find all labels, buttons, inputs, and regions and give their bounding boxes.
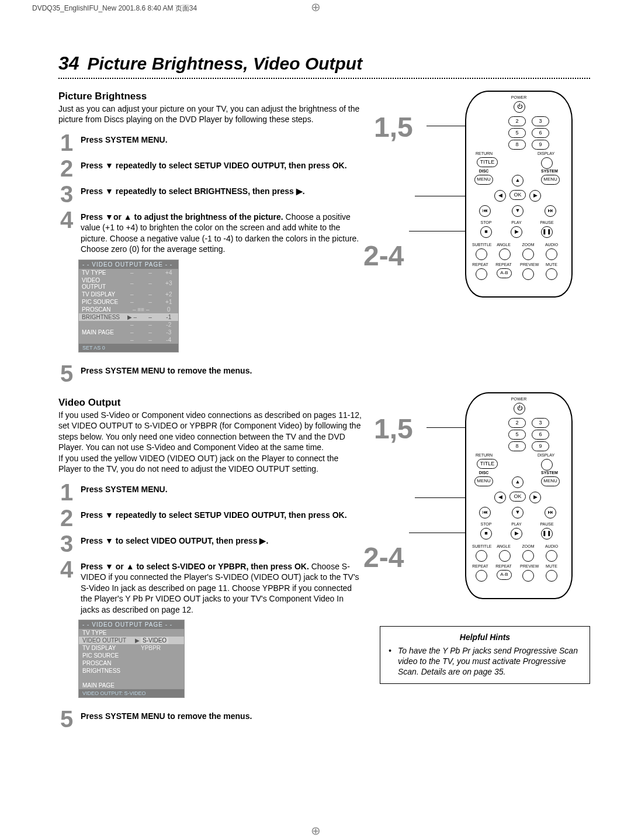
repeat-label: REPEAT xyxy=(472,564,488,568)
system-label: SYSTEM xyxy=(541,169,557,173)
digit-5: 5 xyxy=(508,128,526,138)
disc-label: DISC xyxy=(476,471,492,475)
digit-6: 6 xyxy=(532,430,549,440)
brightness-step-4: 4 Press ▼or ▲ to adjust the brightness o… xyxy=(58,209,362,255)
callout-15: 1,5 xyxy=(374,111,413,143)
angle-label: ANGLE xyxy=(495,544,512,548)
crop-mark-top: ⊕ xyxy=(311,0,321,14)
return-label: RETURN xyxy=(476,151,492,155)
hint-item: • To have the Y Pb Pr jacks send Progres… xyxy=(389,645,581,677)
step-number: 5 xyxy=(58,708,75,730)
play-button: ▶ xyxy=(511,226,522,238)
video-output-step-5: 5 Press SYSTEM MENU to remove the menus. xyxy=(58,708,362,730)
remote-illustration-2: 1,5 2-4 POWER ⏻ 2 3 5 6 8 9 RETURN xyxy=(380,392,578,603)
audio-label: AUDIO xyxy=(543,243,560,247)
brightness-step-3: 3 Press ▼ repeatedly to select BRIGHTNES… xyxy=(58,184,362,205)
brightness-heading: Picture Brightness xyxy=(58,91,362,102)
osd-label xyxy=(79,321,123,329)
disc-menu-button: MENU xyxy=(474,476,493,486)
video-output-step-1: 1 Press SYSTEM MENU. xyxy=(58,482,362,503)
disc-label: DISC xyxy=(476,169,492,173)
digit-5: 5 xyxy=(508,430,526,440)
preview-button xyxy=(522,268,534,280)
up-button: ▲ xyxy=(512,476,523,488)
step-number: 3 xyxy=(58,533,75,554)
step-bold: Press ▼ repeatedly to select SETUP VIDEO… xyxy=(81,510,347,520)
audio-button xyxy=(546,550,557,562)
osd-label: MAIN PAGE xyxy=(82,682,135,689)
play-button: ▶ xyxy=(511,528,522,540)
step-bold: Press ▼ or ▲ to select S-VIDEO or YPBPR,… xyxy=(81,562,309,571)
step-bold: Press SYSTEM MENU to remove the menus. xyxy=(81,366,252,375)
display-label: DISPLAY xyxy=(538,453,554,457)
zoom-button xyxy=(522,248,534,260)
osd-v: – xyxy=(141,276,160,291)
pause-button: ❚❚ xyxy=(541,528,553,540)
repeat-button xyxy=(476,268,487,280)
print-header: DVDQ35_EnglishIFU_New 2001.8.6 8:40 AM 页… xyxy=(32,4,197,13)
osd-label xyxy=(79,336,123,344)
osd-label: MAIN PAGE xyxy=(79,329,123,336)
angle-label: ANGLE xyxy=(495,243,512,247)
callout-24: 2-4 xyxy=(363,541,404,573)
digit-9: 9 xyxy=(532,441,549,451)
left-button: ◀ xyxy=(494,492,506,503)
osd-v: -4 xyxy=(160,336,178,344)
left-button: ◀ xyxy=(494,190,506,202)
play-label: PLAY xyxy=(508,522,525,526)
digit-9: 9 xyxy=(532,140,549,150)
osd-title: - - VIDEO OUTPUT PAGE - - xyxy=(79,260,178,269)
video-output-heading: Video Output xyxy=(58,397,362,409)
down-button: ▼ xyxy=(512,205,523,217)
video-output-intro: If you used S-Video or Component video c… xyxy=(58,410,362,475)
power-label: POWER xyxy=(511,95,527,99)
system-menu-button: MENU xyxy=(541,175,560,185)
up-button: ▲ xyxy=(512,175,523,186)
osd-v: – xyxy=(123,321,141,329)
pause-button: ❚❚ xyxy=(541,226,553,238)
osd-label: VIDEO OUTPUT xyxy=(82,637,135,644)
ab-button: A-B xyxy=(497,570,512,580)
osd-v: -1 xyxy=(160,313,178,321)
mute-label: MUTE xyxy=(543,262,560,267)
osd-title: - - VIDEO OUTPUT PAGE - - xyxy=(79,620,184,629)
osd-label: PROSCAN xyxy=(79,306,123,313)
osd-option: YPBPR xyxy=(141,645,161,651)
step-number: 2 xyxy=(58,507,75,528)
step-bold: Press SYSTEM MENU. xyxy=(81,485,168,494)
page-title: Picture Brightness, Video Output xyxy=(88,54,363,74)
remote-illustration-1: 1,5 2-4 POWER ⏻ 2 3 5 6 8 9 RETURN xyxy=(380,91,578,301)
osd-footer: VIDEO OUTPUT: S-VIDEO xyxy=(79,689,184,697)
zoom-button xyxy=(522,550,534,562)
step-number: 5 xyxy=(58,363,75,384)
osd-v: – xyxy=(141,336,160,344)
angle-button xyxy=(499,550,511,562)
digit-2: 2 xyxy=(508,418,526,428)
page-number: 34 xyxy=(58,53,79,74)
repeat2-label: REPEAT xyxy=(495,564,512,568)
preview-label: PREVIEW xyxy=(520,262,536,267)
video-output-step-4: 4 Press ▼ or ▲ to select S-VIDEO or YPBP… xyxy=(58,559,362,615)
preview-label: PREVIEW xyxy=(520,564,536,568)
brightness-intro: Just as you can adjust your picture on y… xyxy=(58,103,362,125)
callout-24: 2-4 xyxy=(363,240,404,272)
osd-v: – xyxy=(141,291,160,298)
repeat2-label: REPEAT xyxy=(495,262,512,267)
digit-8: 8 xyxy=(508,441,526,451)
osd-label: BRIGHTNESS xyxy=(79,313,123,321)
step-bold: Press SYSTEM MENU. xyxy=(81,135,168,144)
disc-menu-button: MENU xyxy=(474,175,493,185)
osd-label: TV DISPLAY xyxy=(82,645,135,651)
osd-label: BRIGHTNESS xyxy=(82,668,135,674)
title-button: TITLE xyxy=(477,157,498,167)
osd-label: VIDEO OUTPUT xyxy=(79,276,123,291)
pause-label: PAUSE xyxy=(539,522,555,526)
ok-button: OK xyxy=(509,492,526,502)
prev-button: ⏮ xyxy=(479,205,491,217)
osd-v: ▶ – xyxy=(123,313,141,321)
osd-v: 0 xyxy=(160,306,178,313)
helpful-hints-box: Helpful Hints • To have the Y Pb Pr jack… xyxy=(380,626,590,684)
crop-mark-bottom: ⊕ xyxy=(311,824,321,838)
ab-button: A-B xyxy=(497,268,512,278)
osd-v: – xyxy=(123,336,141,344)
